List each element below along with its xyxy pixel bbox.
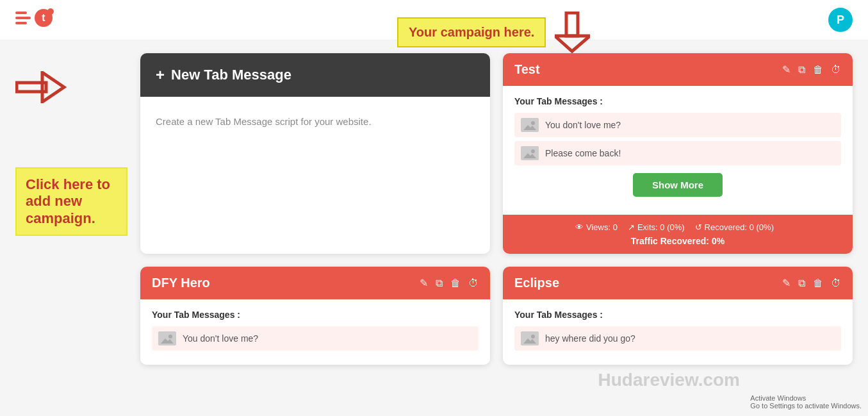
eclipse-campaign-body: Your Tab Messages : hey where did you go… <box>503 299 853 365</box>
svg-point-15 <box>531 149 535 153</box>
svg-point-12 <box>531 121 535 125</box>
svg-point-5 <box>47 8 54 15</box>
windows-activate: Activate Windows Go to Settings to activ… <box>750 394 862 410</box>
dfy-delete-icon[interactable]: 🗑 <box>450 278 461 289</box>
svg-point-18 <box>168 335 172 338</box>
new-tab-description: Create a new Tab Message script for your… <box>156 116 372 127</box>
svg-rect-6 <box>566 13 578 36</box>
eclipse-msg-img-icon-0 <box>521 331 539 345</box>
msg-img-icon-0 <box>521 118 539 132</box>
eclipse-campaign-header: Eclipse ✎ ⧉ 🗑 ⏱ <box>503 267 853 299</box>
test-message-text-1: Please come back! <box>545 148 621 158</box>
click-here-text: Click here to add new campaign. <box>26 176 110 226</box>
eclipse-campaign-title: Eclipse <box>514 276 559 290</box>
copy-icon[interactable]: ⧉ <box>798 64 805 76</box>
dfy-message-text-0: You don't love me? <box>183 333 258 344</box>
eclipse-copy-icon[interactable]: ⧉ <box>798 278 805 289</box>
new-tab-body: Create a new Tab Message script for your… <box>140 97 490 146</box>
header: t Your campaign here. P <box>0 0 868 40</box>
svg-point-21 <box>531 335 535 338</box>
test-message-1: Please come back! <box>514 141 841 165</box>
recovered-text: Recovered: 0 (0%) <box>705 222 774 232</box>
test-traffic-recovered: Traffic Recovered: 0% <box>514 236 841 246</box>
eclipse-campaign-actions: ✎ ⧉ 🗑 ⏱ <box>782 277 841 289</box>
dfy-message-0: You don't love me? <box>152 326 479 351</box>
views-icon: 👁 <box>575 222 584 232</box>
test-campaign-footer: 👁 Views: 0 ↗ Exits: 0 (0%) ↺ Recovered: … <box>503 215 853 254</box>
show-more-button[interactable]: Show More <box>633 173 723 197</box>
delete-icon[interactable]: 🗑 <box>813 64 823 76</box>
dfy-copy-icon[interactable]: ⧉ <box>436 278 443 289</box>
test-views-stat: 👁 Views: 0 <box>575 222 618 232</box>
avatar[interactable]: P <box>828 8 853 32</box>
dfy-msg-img-icon-0 <box>158 331 176 345</box>
test-campaign-header: Test ✎ ⧉ 🗑 ⏱ <box>503 53 853 86</box>
logo-icon: t <box>15 8 54 32</box>
campaign-card-eclipse: Eclipse ✎ ⧉ 🗑 ⏱ Your Tab Messages : hey … <box>503 267 853 365</box>
eclipse-messages-label: Your Tab Messages : <box>514 310 841 320</box>
views-text: Views: 0 <box>586 222 618 232</box>
test-campaign-actions: ✎ ⧉ 🗑 ⏱ <box>782 63 841 76</box>
eclipse-message-0: hey where did you go? <box>514 326 841 351</box>
test-campaign-title: Test <box>514 62 540 77</box>
svg-text:t: t <box>42 12 45 23</box>
dfy-campaign-body: Your Tab Messages : You don't love me? <box>140 299 490 365</box>
test-message-0: You don't love me? <box>514 113 841 137</box>
test-message-text-0: You don't love me? <box>545 120 621 130</box>
eclipse-delete-icon[interactable]: 🗑 <box>813 278 823 289</box>
main-content: Click here to add new campaign. + New Ta… <box>0 40 868 378</box>
eclipse-message-text-0: hey where did you go? <box>545 333 635 344</box>
dfy-campaign-header: DFY Hero ✎ ⧉ 🗑 ⏱ <box>140 267 490 299</box>
edit-icon[interactable]: ✎ <box>782 63 790 76</box>
svg-rect-2 <box>15 22 27 24</box>
svg-rect-1 <box>15 17 31 19</box>
campaign-card-dfy: DFY Hero ✎ ⧉ 🗑 ⏱ Your Tab Messages : You… <box>140 267 490 365</box>
dfy-messages-label: Your Tab Messages : <box>152 310 479 320</box>
test-recovered-stat: ↺ Recovered: 0 (0%) <box>695 222 774 232</box>
click-here-box: Click here to add new campaign. <box>15 167 127 236</box>
exits-text: Exits: 0 (0%) <box>637 222 685 232</box>
left-annotation: Click here to add new campaign. <box>15 53 127 365</box>
msg-img-icon-1 <box>521 146 539 160</box>
dfy-edit-icon[interactable]: ✎ <box>420 277 428 289</box>
test-exits-stat: ↗ Exits: 0 (0%) <box>628 222 685 232</box>
schedule-icon[interactable]: ⏱ <box>831 64 841 76</box>
plus-icon: + <box>156 66 165 84</box>
new-tab-card[interactable]: + New Tab Message Create a new Tab Messa… <box>140 53 490 254</box>
campaign-card-test: Test ✎ ⧉ 🗑 ⏱ Your Tab Messages : You don… <box>503 53 853 254</box>
new-tab-header: + New Tab Message <box>140 53 490 97</box>
campaign-here-text: Your campaign here. <box>409 25 534 39</box>
right-arrow-icon <box>15 71 67 103</box>
dfy-campaign-actions: ✎ ⧉ 🗑 ⏱ <box>420 277 479 289</box>
right-arrow-area <box>15 71 67 103</box>
test-messages-label: Your Tab Messages : <box>514 96 841 106</box>
eclipse-edit-icon[interactable]: ✎ <box>782 277 790 289</box>
exits-icon: ↗ <box>628 222 635 232</box>
new-tab-title: New Tab Message <box>171 67 291 83</box>
dfy-campaign-title: DFY Hero <box>152 276 210 290</box>
test-campaign-body: Your Tab Messages : You don't love me? P… <box>503 86 853 215</box>
cards-area: + New Tab Message Create a new Tab Messa… <box>140 53 853 365</box>
svg-rect-0 <box>15 12 27 14</box>
dfy-schedule-icon[interactable]: ⏱ <box>468 278 479 289</box>
logo: t <box>15 8 54 32</box>
eclipse-schedule-icon[interactable]: ⏱ <box>831 278 841 289</box>
recovered-icon: ↺ <box>695 222 702 232</box>
